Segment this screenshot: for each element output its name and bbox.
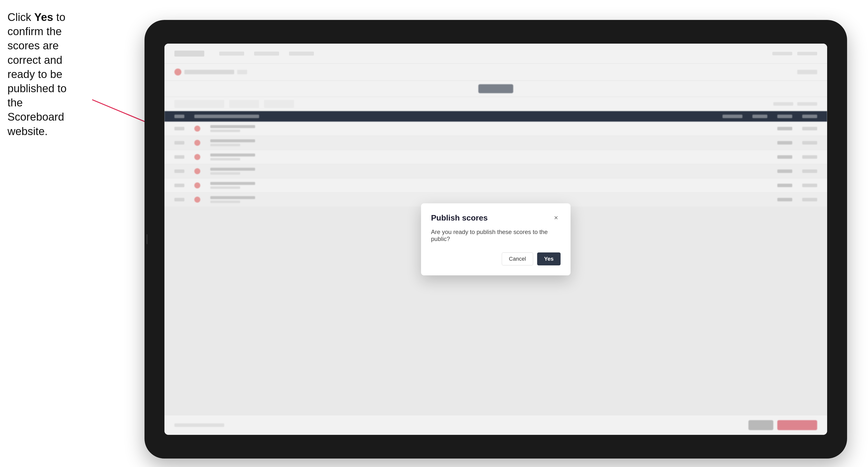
cancel-button[interactable]: Cancel — [502, 252, 533, 266]
modal-footer: Cancel Yes — [431, 252, 561, 266]
instruction-text: Click Yes to confirm the scores are corr… — [7, 10, 77, 138]
modal-overlay: Publish scores × Are you ready to publis… — [164, 43, 827, 435]
tablet-screen: Publish scores × Are you ready to publis… — [164, 43, 827, 435]
tablet-frame: Publish scores × Are you ready to publis… — [145, 20, 847, 459]
modal-title: Publish scores — [431, 213, 488, 222]
publish-scores-dialog: Publish scores × Are you ready to publis… — [421, 204, 570, 275]
instruction-suffix: to confirm the scores are correct and re… — [7, 11, 66, 137]
instruction-bold: Yes — [34, 11, 53, 23]
instruction-prefix: Click — [7, 11, 34, 23]
modal-header: Publish scores × — [431, 213, 561, 222]
modal-body-text: Are you ready to publish these scores to… — [431, 228, 561, 243]
modal-close-button[interactable]: × — [552, 213, 561, 222]
yes-button[interactable]: Yes — [537, 252, 561, 266]
